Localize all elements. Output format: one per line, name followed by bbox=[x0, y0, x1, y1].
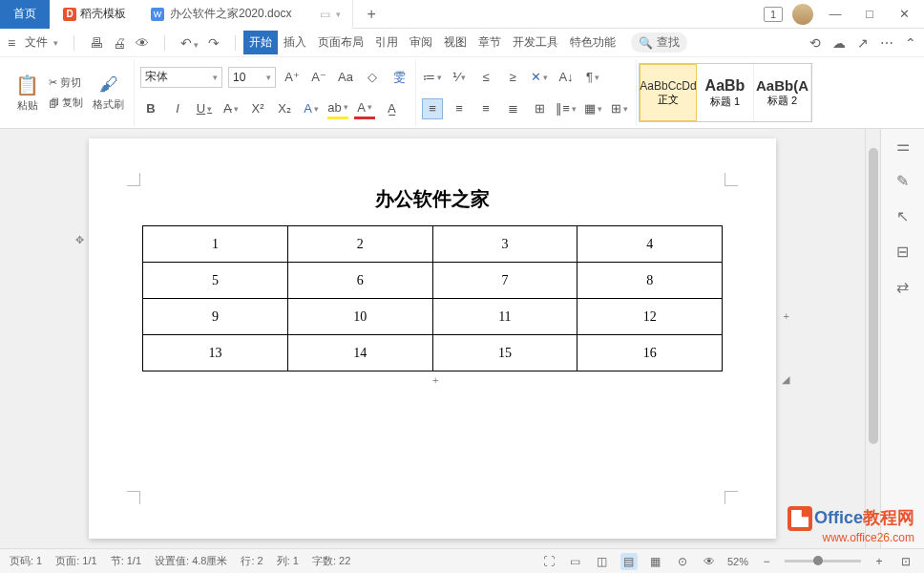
table-move-handle-icon[interactable]: ✥ bbox=[75, 234, 84, 246]
underline-button[interactable]: U▾ bbox=[194, 98, 215, 119]
char-border-button[interactable]: A̲ bbox=[381, 98, 402, 119]
table-row-handle-icon[interactable]: + bbox=[432, 374, 438, 386]
zoom-slider[interactable] bbox=[785, 560, 861, 562]
line-spacing-button[interactable]: ‖≡▾ bbox=[556, 98, 577, 119]
maximize-button[interactable]: □ bbox=[857, 2, 882, 27]
highlight-button[interactable]: ab▾ bbox=[327, 98, 348, 119]
document-area[interactable]: ✥ 办公软件之家 1234 5678 9101112 13141516 + + … bbox=[0, 129, 865, 548]
align-center-button[interactable]: ≡ bbox=[449, 98, 470, 119]
shrink-font-button[interactable]: A⁻ bbox=[308, 67, 329, 88]
strike-button[interactable]: A̶▾ bbox=[220, 98, 242, 119]
superscript-button[interactable]: X² bbox=[247, 98, 268, 119]
status-section[interactable]: 节: 1/1 bbox=[111, 554, 141, 568]
style-heading1[interactable]: AaBb 标题 1 bbox=[697, 64, 754, 121]
more-icon[interactable]: ⋯ bbox=[880, 35, 893, 51]
file-menu[interactable]: 文件 ▾ bbox=[25, 34, 57, 51]
format-painter-button[interactable]: 🖌 格式刷 bbox=[89, 72, 128, 114]
presentation-icon[interactable]: ▭ bbox=[320, 8, 330, 21]
shading-button[interactable]: ▦▾ bbox=[582, 98, 603, 119]
font-color-button[interactable]: A▾ bbox=[354, 98, 375, 119]
style-heading2[interactable]: AaBb(A 标题 2 bbox=[754, 64, 811, 121]
distribute-button[interactable]: ⊞ bbox=[529, 98, 550, 119]
align-right-button[interactable]: ≡ bbox=[475, 98, 496, 119]
avatar[interactable] bbox=[792, 4, 813, 25]
styles-gallery[interactable]: AaBbCcDd 正文 AaBb 标题 1 AaBb(A 标题 2 bbox=[639, 63, 812, 122]
style-body[interactable]: AaBbCcDd 正文 bbox=[640, 64, 697, 121]
change-case-button[interactable]: Aa bbox=[335, 67, 356, 88]
phonetic-button[interactable]: 雯 bbox=[388, 67, 410, 88]
print-icon[interactable]: 🖨 bbox=[113, 35, 126, 51]
cut-button[interactable]: ✂ 剪切 bbox=[49, 75, 83, 90]
sliders-icon[interactable]: ⚌ bbox=[896, 137, 910, 155]
menu-devtools[interactable]: 开发工具 bbox=[507, 31, 564, 54]
indent-inc-button[interactable]: ≥ bbox=[502, 67, 523, 88]
tab-home[interactable]: 首页 bbox=[0, 0, 50, 29]
preview-icon[interactable]: 👁 bbox=[136, 35, 149, 51]
italic-button[interactable]: I bbox=[167, 98, 188, 119]
cursor-icon[interactable]: ↖ bbox=[896, 207, 909, 225]
menu-features[interactable]: 特色功能 bbox=[564, 31, 621, 54]
align-justify-button[interactable]: ≣ bbox=[502, 98, 523, 119]
text-effect-button[interactable]: A▾ bbox=[301, 98, 322, 119]
close-button[interactable]: ✕ bbox=[892, 2, 916, 27]
redo-icon[interactable]: ↷ bbox=[208, 35, 220, 51]
menu-view[interactable]: 视图 bbox=[438, 31, 472, 54]
scrollbar-thumb[interactable] bbox=[869, 148, 878, 444]
show-marks-button[interactable]: ¶▾ bbox=[582, 67, 603, 88]
bullets-button[interactable]: ≔▾ bbox=[422, 67, 443, 88]
text-direction-button[interactable]: ✕▾ bbox=[529, 67, 550, 88]
menu-start[interactable]: 开始 bbox=[243, 31, 278, 54]
table-resize-handle-icon[interactable]: ◢ bbox=[782, 373, 789, 386]
save-icon[interactable]: 🖶 bbox=[90, 35, 103, 51]
reading-view-icon[interactable]: ▭ bbox=[567, 553, 584, 570]
vertical-scrollbar[interactable] bbox=[865, 129, 880, 548]
sync-icon[interactable]: ⟲ bbox=[809, 35, 821, 51]
eye-protect-icon[interactable]: 👁 bbox=[701, 553, 718, 570]
status-col[interactable]: 列: 1 bbox=[277, 554, 299, 568]
subscript-button[interactable]: X₂ bbox=[274, 98, 295, 119]
collapse-ribbon-icon[interactable]: ⌃ bbox=[905, 35, 916, 51]
web-layout-icon[interactable]: ▦ bbox=[647, 553, 664, 570]
zoom-value[interactable]: 52% bbox=[727, 556, 748, 567]
tab-docer[interactable]: D 稻壳模板 bbox=[50, 0, 139, 29]
bold-button[interactable]: B bbox=[140, 98, 161, 119]
tab-document[interactable]: W 办公软件之家2020.docx ▭ ▾ bbox=[139, 0, 353, 29]
indent-dec-button[interactable]: ≤ bbox=[475, 67, 496, 88]
search-button[interactable]: 🔍 查找 bbox=[631, 32, 687, 53]
menu-references[interactable]: 引用 bbox=[369, 31, 404, 54]
status-page-no[interactable]: 页码: 1 bbox=[10, 554, 42, 568]
app-menu-icon[interactable]: ≡ bbox=[8, 35, 15, 51]
doc-table[interactable]: 1234 5678 9101112 13141516 bbox=[142, 225, 723, 371]
pencil-icon[interactable]: ✎ bbox=[896, 172, 909, 190]
settings-icon[interactable]: ⊟ bbox=[896, 243, 909, 261]
page[interactable]: ✥ 办公软件之家 1234 5678 9101112 13141516 + + … bbox=[89, 138, 776, 539]
zoom-thumb[interactable] bbox=[813, 556, 823, 565]
status-page-of[interactable]: 页面: 1/1 bbox=[55, 554, 96, 568]
minimize-button[interactable]: — bbox=[823, 2, 848, 27]
clear-format-button[interactable]: ◇ bbox=[362, 67, 383, 88]
zoom-out-button[interactable]: − bbox=[758, 553, 775, 570]
chevron-down-icon[interactable]: ▾ bbox=[336, 10, 341, 19]
new-tab-button[interactable]: + bbox=[353, 6, 388, 23]
menu-sections[interactable]: 章节 bbox=[472, 31, 507, 54]
status-line[interactable]: 行: 2 bbox=[241, 554, 262, 568]
status-words[interactable]: 字数: 22 bbox=[312, 554, 350, 568]
table-col-handle-icon[interactable]: + bbox=[784, 310, 789, 322]
grow-font-button[interactable]: A⁺ bbox=[282, 67, 303, 88]
doc-title[interactable]: 办公软件之家 bbox=[142, 186, 723, 212]
paste-button[interactable]: 📋 粘贴 bbox=[11, 72, 43, 115]
sort-button[interactable]: A↓ bbox=[556, 67, 577, 88]
adjust-icon[interactable]: ⇄ bbox=[896, 278, 909, 296]
focus-mode-icon[interactable]: ⊙ bbox=[674, 553, 691, 570]
borders-button[interactable]: ⊞▾ bbox=[609, 98, 630, 119]
status-setting[interactable]: 设置值: 4.8厘米 bbox=[155, 554, 227, 568]
share-icon[interactable]: ↗ bbox=[857, 35, 869, 51]
align-left-button[interactable]: ≡ bbox=[422, 98, 443, 119]
numbering-button[interactable]: ⅟▾ bbox=[449, 67, 470, 88]
print-layout-icon[interactable]: ▤ bbox=[620, 553, 638, 570]
outline-view-icon[interactable]: ◫ bbox=[594, 553, 611, 570]
cloud-icon[interactable]: ☁ bbox=[832, 35, 846, 51]
fullscreen-icon[interactable]: ⛶ bbox=[540, 553, 557, 570]
font-name-select[interactable]: 宋体▾ bbox=[140, 67, 222, 88]
doc-count[interactable]: 1 bbox=[764, 7, 783, 22]
